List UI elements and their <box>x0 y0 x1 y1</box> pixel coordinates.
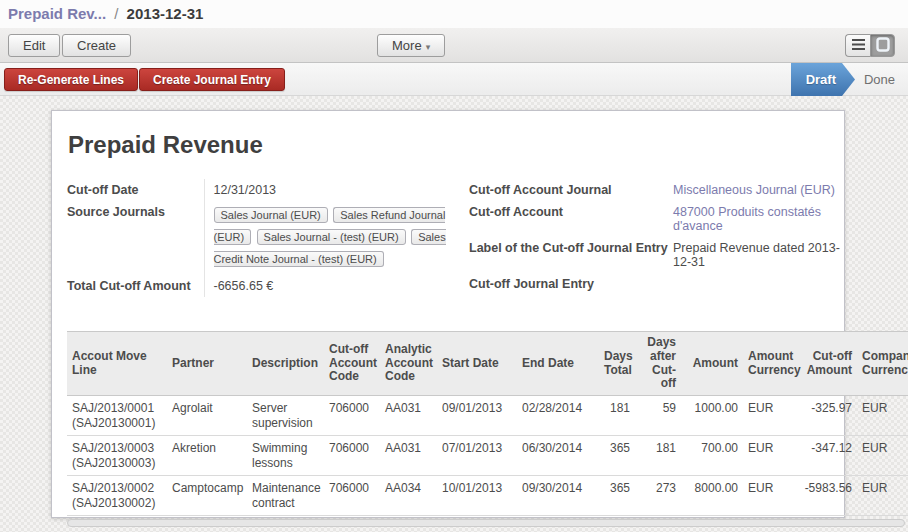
table-cell: 365 <box>599 476 635 516</box>
table-cell: SAJ/2013/0003 (SAJ20130003) <box>67 436 167 476</box>
column-header[interactable]: Days after Cut-off <box>635 332 681 396</box>
field-group-left: Cut-off Date 12/31/2013 Source Journals … <box>67 179 453 297</box>
table-cell: 06/30/2014 <box>517 436 599 476</box>
stage-done[interactable]: Done <box>864 63 895 96</box>
column-header[interactable]: Start Date <box>437 332 517 396</box>
table-cell: 181 <box>599 396 635 436</box>
column-header[interactable]: Days Total <box>599 332 635 396</box>
column-header[interactable]: Analytic Account Code <box>380 332 437 396</box>
breadcrumb: Prepaid Rev... / 2013-12-31 <box>0 0 908 28</box>
list-icon <box>852 38 865 53</box>
column-header[interactable]: Company Currency <box>857 332 908 396</box>
stage-draft[interactable]: Draft <box>791 63 855 96</box>
table-cell: EUR <box>857 436 908 476</box>
column-header[interactable]: Cut-off Account Code <box>324 332 380 396</box>
table-cell: Agrolait <box>167 396 247 436</box>
table-cell: EUR <box>743 436 799 476</box>
cutoff-lines-table: Accout Move LinePartnerDescriptionCut-of… <box>67 331 908 516</box>
table-cell: -347.12 <box>799 436 857 476</box>
table-cell: 706000 <box>324 436 380 476</box>
breadcrumb-separator: / <box>114 5 118 22</box>
table-row[interactable]: SAJ/2013/0003 (SAJ20130003)AkretionSwimm… <box>67 436 908 476</box>
edit-button[interactable]: Edit <box>8 34 60 57</box>
page-title: Prepaid Revenue <box>68 131 844 159</box>
table-cell: -5983.56 <box>799 476 857 516</box>
table-cell: AA031 <box>380 436 437 476</box>
list-view-button[interactable] <box>845 34 870 57</box>
table-cell: 181 <box>635 436 681 476</box>
table-row[interactable]: SAJ/2013/0001 (SAJ20130001)AgrolaitServe… <box>67 396 908 436</box>
action-bar: Re-Generate Lines Create Journal Entry D… <box>0 63 908 96</box>
create-button[interactable]: Create <box>62 34 131 57</box>
toolbar: Edit Create More▾ <box>0 28 908 63</box>
table-cell: 8000.00 <box>681 476 743 516</box>
journal-tag[interactable]: Sales Journal (EUR) <box>214 207 328 223</box>
column-header[interactable]: Partner <box>167 332 247 396</box>
field-label-cutoff-journal-entry: Cut-off Journal Entry <box>469 273 673 295</box>
table-cell: 10/01/2013 <box>437 476 517 516</box>
table-cell: EUR <box>743 396 799 436</box>
table-cell: SAJ/2013/0002 (SAJ20130002) <box>67 476 167 516</box>
field-label-total-cutoff-amount: Total Cut-off Amount <box>67 275 204 297</box>
table-cell: Akretion <box>167 436 247 476</box>
more-button[interactable]: More▾ <box>377 34 445 57</box>
table-cell: Server supervision <box>247 396 324 436</box>
table-cell: SAJ/2013/0001 (SAJ20130001) <box>67 396 167 436</box>
table-cell: 09/30/2014 <box>517 476 599 516</box>
field-label-journal-entry-label: Label of the Cut-off Journal Entry <box>469 237 673 273</box>
field-value-cutoff-account-journal[interactable]: Miscellaneous Journal (EUR) <box>673 179 841 201</box>
form-view-icon <box>876 37 890 55</box>
table-header-row: Accout Move LinePartnerDescriptionCut-of… <box>67 332 908 396</box>
table-cell: 02/28/2014 <box>517 396 599 436</box>
field-group-right: Cut-off Account Journal Miscellaneous Jo… <box>469 179 841 295</box>
field-label-source-journals: Source Journals <box>67 201 204 275</box>
form-sheet: Prepaid Revenue Cut-off Date 12/31/2013 … <box>51 110 845 518</box>
table-cell: Maintenance contract <box>247 476 324 516</box>
source-journals-tags: Sales Journal (EUR) Sales Refund Journal… <box>204 201 453 275</box>
table-cell: 700.00 <box>681 436 743 476</box>
table-cell: EUR <box>857 476 908 516</box>
statusbar: Draft Done <box>688 63 908 96</box>
field-label-cutoff-account-journal: Cut-off Account Journal <box>469 179 673 201</box>
table-cell: Swimming lessons <box>247 436 324 476</box>
table-cell: 09/01/2013 <box>437 396 517 436</box>
table-cell: 59 <box>635 396 681 436</box>
column-header[interactable]: Amount <box>681 332 743 396</box>
caret-down-icon: ▾ <box>426 42 431 52</box>
field-value-journal-entry-label: Prepaid Revenue dated 2013-12-31 <box>673 237 841 273</box>
column-header[interactable]: Accout Move Line <box>67 332 167 396</box>
field-value-cutoff-date: 12/31/2013 <box>204 179 453 201</box>
horizontal-scrollbar[interactable] <box>67 519 905 527</box>
table-cell: -325.97 <box>799 396 857 436</box>
column-header[interactable]: End Date <box>517 332 599 396</box>
breadcrumb-current: 2013-12-31 <box>127 5 204 22</box>
column-header[interactable]: Description <box>247 332 324 396</box>
table-cell: 1000.00 <box>681 396 743 436</box>
table-cell: EUR <box>857 396 908 436</box>
table-cell: 365 <box>599 436 635 476</box>
create-journal-entry-button[interactable]: Create Journal Entry <box>139 68 285 91</box>
breadcrumb-parent-link[interactable]: Prepaid Rev... <box>8 5 106 22</box>
table-row[interactable]: SAJ/2013/0002 (SAJ20130002)CamptocampMai… <box>67 476 908 516</box>
form-fields: Cut-off Date 12/31/2013 Source Journals … <box>67 179 844 321</box>
regenerate-lines-button[interactable]: Re-Generate Lines <box>4 68 138 91</box>
app-window: Prepaid Rev... / 2013-12-31 Edit Create … <box>0 0 908 532</box>
journal-tag[interactable]: Sales Journal - (test) (EUR) <box>257 229 406 245</box>
form-view-button[interactable] <box>870 34 895 57</box>
field-value-cutoff-account[interactable]: 487000 Produits constatés d'avance <box>673 201 841 237</box>
column-header[interactable]: Cut-off Amount <box>799 332 857 396</box>
field-label-cutoff-account: Cut-off Account <box>469 201 673 237</box>
table-cell: AA031 <box>380 396 437 436</box>
table-cell: EUR <box>743 476 799 516</box>
table-cell: Camptocamp <box>167 476 247 516</box>
table-cell: AA034 <box>380 476 437 516</box>
field-label-cutoff-date: Cut-off Date <box>67 179 204 201</box>
field-value-total-cutoff-amount: -6656.65 € <box>204 275 453 297</box>
field-value-cutoff-journal-entry <box>673 273 841 295</box>
table-cell: 706000 <box>324 396 380 436</box>
table-cell: 07/01/2013 <box>437 436 517 476</box>
more-button-label: More <box>392 38 422 53</box>
column-header[interactable]: Amount Currency <box>743 332 799 396</box>
view-switcher <box>845 34 895 57</box>
table-cell: 706000 <box>324 476 380 516</box>
